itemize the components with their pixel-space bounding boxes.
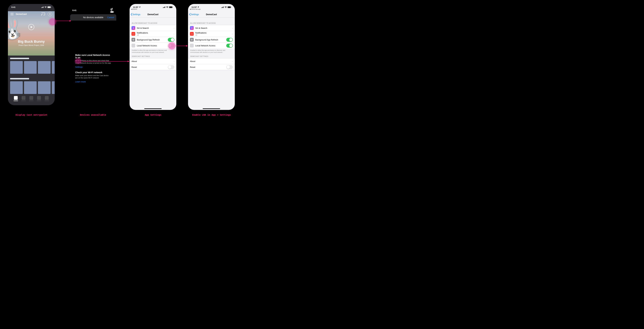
svg-rect-13 [112, 8, 112, 9]
tab-item[interactable] [37, 96, 41, 100]
thumbnail[interactable] [52, 81, 55, 94]
thumbnail[interactable] [52, 61, 55, 74]
svg-rect-31 [222, 7, 223, 8]
row-about[interactable]: About › [188, 58, 235, 64]
cast-icon [41, 13, 45, 16]
thumbnail[interactable] [38, 81, 50, 94]
location-icon [197, 6, 199, 8]
gear-icon: ⚙ [132, 38, 135, 42]
cast-button[interactable] [41, 12, 46, 16]
section-header-app: DemoCast Settings [130, 56, 176, 58]
chevron-right-icon: › [174, 60, 174, 63]
svg-rect-0 [41, 8, 42, 8]
lna-description: Go to Settings on this phone and check t… [75, 60, 111, 64]
status-time: 11:57 [133, 6, 138, 9]
row-local-network-access: Local Network Access [130, 43, 176, 48]
tab-item[interactable] [14, 96, 18, 100]
thumbnail[interactable] [10, 61, 23, 74]
hero-bunny-art: 🐰 [8, 17, 25, 42]
svg-rect-14 [112, 8, 113, 9]
content-row-1 [10, 58, 55, 74]
row-reset: Reset [130, 64, 176, 70]
content-row-2 [10, 78, 55, 94]
play-button[interactable] [28, 24, 34, 30]
profile-button[interactable] [48, 12, 52, 16]
row-siri-search[interactable]: ✦ Siri & Search › [188, 25, 235, 31]
tab-item[interactable] [30, 96, 33, 100]
svg-rect-35 [231, 7, 231, 8]
svg-rect-32 [223, 7, 224, 8]
thumbnail[interactable] [10, 81, 23, 94]
person-icon [49, 13, 51, 15]
lna-icon [132, 44, 135, 48]
app-title: DemoCast [16, 13, 38, 15]
learn-more-link[interactable]: Learn more [75, 81, 86, 83]
wifi-icon [110, 9, 113, 11]
svg-rect-21 [164, 7, 164, 8]
nav-back-button[interactable]: Settings [130, 13, 140, 16]
lna-toggle[interactable] [168, 44, 174, 48]
lna-icon [190, 44, 194, 48]
phone-democast: 🐰 Big Buck Bunny Peach Open Movie Projec… [8, 4, 55, 105]
section-header-app: DemoCast Settings [188, 56, 235, 58]
chevron-right-icon: › [232, 33, 233, 35]
reset-toggle[interactable] [226, 65, 233, 69]
section-header-access: Allow DemoCast to Access [130, 22, 176, 25]
hero-subtitle: Peach Open Movie Project, 2008 [18, 44, 44, 46]
bgrf-toggle[interactable] [226, 38, 233, 42]
battery-icon [228, 6, 231, 8]
row-siri-search[interactable]: ✦ Siri & Search › [130, 25, 176, 31]
row-about[interactable]: About › [130, 58, 176, 64]
hero-artwork: 🐰 Big Buck Bunny Peach Open Movie Projec… [8, 11, 55, 56]
nav-back-button[interactable]: Settings [189, 13, 199, 16]
phone-settings-lna-on: 11:57 ◀ DemoCast app Settings DemoCast A… [188, 4, 235, 110]
wifi-description: Make sure your device and the Cast devic… [75, 74, 111, 79]
row-title-placeholder [10, 78, 29, 79]
nav-title: DemoCast [206, 13, 217, 16]
svg-rect-26 [172, 7, 173, 8]
open-settings-link[interactable]: Settings [75, 66, 83, 68]
battery-icon [169, 6, 173, 8]
caption-3: App Settings [124, 114, 182, 116]
status-time: 9:41 [12, 6, 16, 9]
tab-item[interactable] [45, 96, 49, 100]
thumbnail[interactable] [38, 61, 50, 74]
menu-icon[interactable] [10, 13, 14, 15]
wifi-icon [166, 6, 168, 8]
row-local-network-access: Local Network Access [188, 43, 235, 48]
chevron-right-icon: › [232, 60, 233, 63]
chevron-right-icon: › [174, 33, 174, 35]
notifications-icon: ▢ [190, 32, 194, 36]
caption-1: Display Cast entrypoint [2, 114, 61, 116]
lna-toggle[interactable] [226, 44, 233, 48]
reset-toggle[interactable] [168, 65, 174, 69]
cancel-button[interactable]: Cancel [107, 16, 114, 19]
thumbnail[interactable] [24, 61, 37, 74]
phone-settings-lna-off: 11:57 ◀ Search Settings DemoCast Allow D… [130, 4, 176, 110]
status-time: 11:57 [192, 6, 197, 9]
breadcrumb-back[interactable]: ◀ Search [131, 9, 137, 10]
bgrf-toggle[interactable] [168, 38, 174, 42]
svg-rect-17 [114, 12, 114, 12]
cellular-icon [221, 6, 224, 8]
row-background-refresh: ⚙ Background App Refresh [130, 37, 176, 43]
svg-rect-22 [164, 7, 165, 8]
notifications-icon: ▢ [132, 32, 135, 36]
breadcrumb-back[interactable]: ◀ DemoCast app [190, 9, 200, 10]
row-notifications[interactable]: ▢ NotificationsOff › [188, 31, 235, 37]
thumbnail[interactable] [24, 81, 37, 94]
sheet-title: No devices available [83, 16, 103, 19]
tab-item[interactable] [22, 96, 26, 100]
row-notifications[interactable]: ▢ NotificationsOff › [130, 31, 176, 37]
lna-footer: Enabled to allow this app permission to … [130, 48, 176, 54]
svg-rect-11 [110, 9, 111, 9]
home-indicator [144, 108, 162, 109]
svg-point-8 [50, 13, 50, 14]
svg-rect-1 [42, 7, 42, 8]
svg-rect-3 [43, 7, 44, 8]
tab-bar [8, 96, 55, 102]
nav-bar: Settings DemoCast [188, 11, 235, 18]
status-time: 9:41 [72, 9, 76, 12]
row-background-refresh: ⚙ Background App Refresh [188, 37, 235, 43]
chevron-left-icon [130, 13, 132, 16]
